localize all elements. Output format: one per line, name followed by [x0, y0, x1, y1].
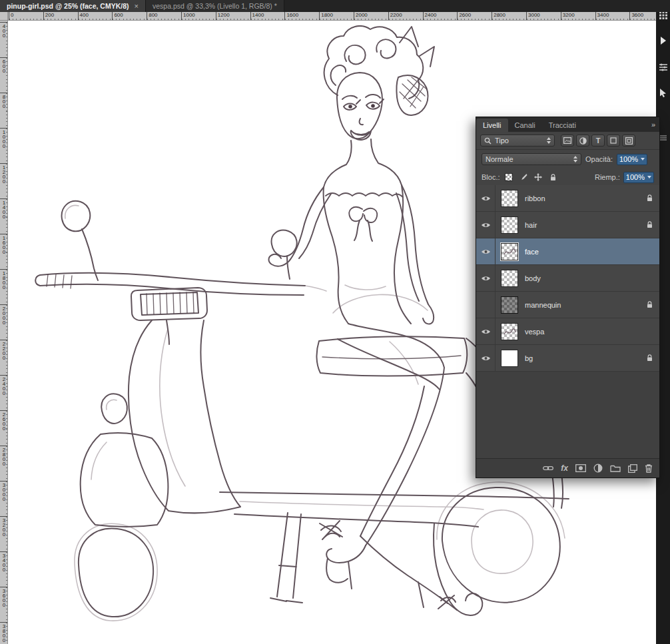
layer-name: face [525, 248, 539, 256]
layers-panel-footer: fx [476, 458, 659, 478]
eye-icon [481, 248, 491, 255]
fill-label: Riemp.: [595, 173, 620, 181]
layer-thumbnail[interactable] [501, 296, 518, 314]
ruler-h-label: 1800 [319, 12, 354, 21]
layer-name: ribbon [525, 194, 545, 202]
blend-mode-dropdown[interactable]: Normale [482, 153, 581, 165]
layer-thumbnail[interactable] [501, 190, 518, 207]
filter-smart-object-icon[interactable] [622, 135, 635, 147]
layer-row-bg[interactable]: bg [476, 345, 659, 372]
thumbnail-sketch [502, 324, 517, 340]
layer-lock-icon [646, 194, 653, 202]
collapse-panel-icon[interactable]: » [647, 121, 659, 132]
visibility-toggle[interactable] [480, 301, 491, 309]
filter-shape-layers-icon[interactable] [607, 135, 620, 147]
layer-name: vespa [525, 328, 544, 336]
new-group-icon[interactable] [610, 463, 621, 474]
new-layer-icon[interactable] [628, 463, 637, 474]
opacity-value[interactable]: 100% [617, 154, 647, 165]
visibility-cell [476, 318, 496, 344]
lock-paint-button[interactable] [518, 172, 529, 182]
blend-mode-row: Normale Opacità: 100% [476, 150, 659, 168]
layer-row-body[interactable]: body [476, 265, 659, 292]
layer-row-ribbon[interactable]: ribbon [476, 185, 659, 212]
visibility-cell [476, 238, 496, 264]
dropdown-arrows-icon [547, 137, 551, 144]
lock-position-button[interactable] [533, 172, 544, 182]
layer-thumbnail[interactable] [501, 243, 518, 260]
filter-type-layers-icon[interactable]: T [591, 135, 605, 147]
filter-type-dropdown[interactable]: Tipo [480, 135, 555, 147]
filter-adjustment-layers-icon[interactable] [576, 135, 589, 147]
panel-list-icon[interactable] [659, 63, 668, 72]
ruler-h-label: 400 [78, 12, 113, 21]
transparency-checker-icon [505, 173, 513, 181]
filter-pixel-layers-icon[interactable] [561, 135, 574, 147]
visibility-toggle[interactable] [480, 328, 491, 336]
ruler-h-label: 1000 [181, 12, 216, 21]
ruler-h-label: 0 [9, 12, 43, 21]
layer-name: mannequin [525, 301, 561, 309]
layer-effects-icon[interactable]: fx [561, 463, 568, 474]
layer-name: body [525, 274, 541, 282]
layer-thumbnail[interactable] [501, 350, 518, 367]
layer-thumbnail[interactable] [501, 216, 518, 234]
ruler-h-label: 2800 [492, 12, 526, 21]
opacity-value-text: 100% [619, 155, 638, 163]
layer-row-vespa[interactable]: vespa [476, 318, 659, 345]
ruler-v-label: 2 4 0 0 [0, 375, 8, 410]
eye-icon [481, 222, 491, 228]
ruler-v-label: 1 8 0 0 [0, 269, 8, 304]
ruler-corner [0, 12, 8, 21]
ruler-h-label: 800 [147, 12, 181, 21]
layer-row-hair[interactable]: hair [476, 212, 659, 238]
visibility-toggle[interactable] [480, 248, 491, 256]
layer-thumbnail[interactable] [501, 323, 518, 340]
filter-type-value: Tipo [495, 137, 509, 145]
filter-kind-buttons: T [561, 135, 635, 147]
eye-icon [481, 275, 491, 282]
fill-value[interactable]: 100% [623, 172, 654, 183]
expand-panels-icon[interactable] [659, 36, 668, 45]
lock-all-button[interactable] [547, 172, 559, 182]
ruler-v-label: 1 0 0 0 [0, 128, 8, 163]
opacity-label: Opacità: [585, 155, 613, 163]
ruler-v-label: 2 2 0 0 [0, 340, 8, 375]
delete-layer-icon[interactable] [645, 463, 653, 474]
cursor-icon[interactable] [659, 88, 668, 97]
tab-tracciati[interactable]: Tracciati [542, 119, 583, 132]
doc-tab-pinup-girl[interactable]: pinup-girl.psd @ 25% (face, CMYK/8) × [0, 0, 146, 12]
panel-menu-icon[interactable] [659, 133, 668, 143]
layers-panel: Livelli Canali Tracciati » Tipo T [476, 117, 660, 478]
ruler-v-label: 8 0 0 [0, 93, 8, 128]
layer-row-face[interactable]: face [476, 238, 659, 265]
layer-row-mannequin[interactable]: mannequin [476, 292, 659, 318]
layer-thumbnail[interactable] [501, 270, 518, 287]
visibility-toggle[interactable] [480, 274, 491, 282]
visibility-toggle[interactable] [480, 221, 491, 229]
tab-livelli[interactable]: Livelli [476, 119, 508, 132]
visibility-cell [476, 292, 496, 318]
lock-transparency-button[interactable] [503, 172, 515, 182]
ruler-horizontal: 0200400600800100012001400160018002000220… [8, 12, 656, 21]
thumbnail-sketch [502, 244, 517, 260]
ruler-v-label: 3 0 0 0 [0, 481, 8, 516]
new-adjustment-layer-icon[interactable] [593, 463, 603, 474]
link-layers-icon[interactable] [543, 463, 553, 474]
ruler-vertical: 4 0 06 0 08 0 01 0 0 01 2 0 01 4 0 01 6 … [0, 21, 8, 644]
layer-name: bg [525, 354, 533, 362]
add-layer-mask-icon[interactable] [575, 463, 586, 474]
tab-canali[interactable]: Canali [508, 119, 542, 132]
visibility-cell [476, 185, 496, 211]
fill-value-text: 100% [626, 173, 645, 181]
visibility-toggle[interactable] [480, 354, 491, 362]
doc-tab-vespa[interactable]: vespa.psd @ 33,3% (Livello 1, RGB/8) * [146, 0, 284, 12]
doc-tab-title: pinup-girl.psd @ 25% (face, CMYK/8) [7, 2, 129, 10]
blend-mode-value: Normale [486, 155, 513, 163]
visibility-toggle[interactable] [480, 194, 491, 202]
ruler-v-label: 6 0 0 [0, 57, 8, 93]
ruler-v-label: 1 4 0 0 [0, 198, 8, 234]
lock-label: Bloc.: [482, 173, 500, 181]
apps-grid-icon[interactable] [659, 11, 668, 20]
close-icon[interactable]: × [135, 2, 139, 10]
